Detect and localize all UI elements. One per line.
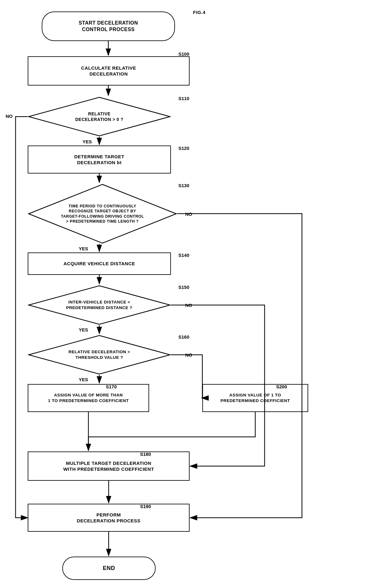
start-label: START DECELERATION CONTROL PROCESS	[79, 20, 138, 33]
s130-text: TIME PERIOD TO CONTINUOUSLY RECOGNIZE TA…	[45, 204, 159, 224]
s130-no-label: NO	[185, 211, 192, 217]
s190-shape: PERFORM DECELERATION PROCESS	[28, 504, 190, 532]
s150-shape: INTER-VEHICLE DISTANCE < PREDETERMINED D…	[28, 285, 171, 325]
end-shape: END	[62, 557, 156, 580]
end-label: END	[103, 565, 115, 572]
s130-yes-label: YES	[79, 246, 88, 251]
s120-label: S120	[178, 146, 189, 151]
s110-text: RELATIVE DECELERATION > 0 ?	[69, 111, 130, 122]
s150-text: INTER-VEHICLE DISTANCE < PREDETERMINED D…	[60, 299, 139, 310]
s120-shape: DETERMINE TARGET DECELERATION bt	[28, 146, 171, 174]
s200-shape: ASSIGN VALUE OF 1 TO PREDETERMINED COEFF…	[202, 384, 308, 412]
s150-no-label: NO	[185, 303, 192, 308]
s110-no-label: NO	[6, 113, 13, 119]
s100-shape: CALCULATE RELATIVE DECELERATION	[28, 56, 190, 86]
s190-text: PERFORM DECELERATION PROCESS	[77, 512, 141, 524]
s110-shape: RELATIVE DECELERATION > 0 ?	[28, 96, 171, 137]
s160-shape: RELATIVE DECELERATION > THRESHOLD VALUE …	[28, 335, 171, 375]
s200-text: ASSIGN VALUE OF 1 TO PREDETERMINED COEFF…	[220, 392, 290, 403]
s120-text: DETERMINE TARGET DECELERATION bt	[74, 154, 124, 166]
s140-text: ACQUIRE VEHICLE DISTANCE	[64, 261, 135, 267]
s180-shape: MULTIPLE TARGET DECELERATION WITH PREDET…	[28, 451, 190, 481]
s160-no-label: NO	[185, 352, 192, 358]
s170-shape: ASSIGN VALUE OF MORE THAN 1 TO PREDETERM…	[28, 384, 149, 412]
s150-label: S150	[178, 285, 189, 290]
s110-label: S110	[178, 96, 189, 101]
figure-title: FIG.4	[193, 9, 205, 16]
s100-label: S100	[178, 51, 189, 57]
s170-text: ASSIGN VALUE OF MORE THAN 1 TO PREDETERM…	[48, 392, 129, 403]
s180-text: MULTIPLE TARGET DECELERATION WITH PREDET…	[63, 460, 154, 472]
diagram-container: FIG.4 START DECELERATION CONTROL PROCESS…	[0, 0, 386, 588]
s130-label: S130	[178, 183, 189, 188]
s150-yes-label: YES	[79, 327, 88, 332]
s160-yes-label: YES	[79, 377, 88, 382]
s130-shape: TIME PERIOD TO CONTINUOUSLY RECOGNIZE TA…	[28, 183, 177, 244]
s160-label: S160	[178, 334, 189, 340]
s160-text: RELATIVE DECELERATION > THRESHOLD VALUE …	[62, 349, 136, 360]
s140-label: S140	[178, 252, 189, 258]
s100-text: CALCULATE RELATIVE DECELERATION	[81, 65, 136, 77]
s140-shape: ACQUIRE VEHICLE DISTANCE	[28, 252, 171, 275]
start-shape: START DECELERATION CONTROL PROCESS	[42, 12, 175, 41]
s110-yes-label: YES	[82, 139, 92, 144]
